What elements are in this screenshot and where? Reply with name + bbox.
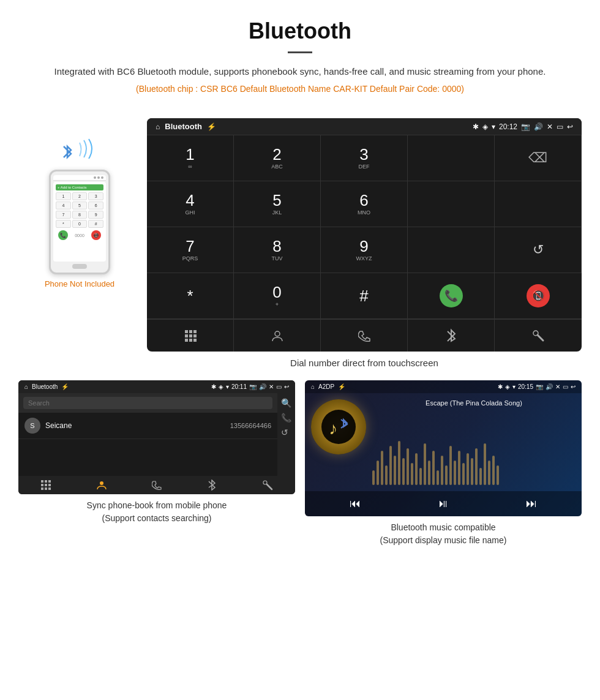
pb-search-row: [18, 393, 277, 413]
ms-title: A2DP: [318, 383, 334, 390]
divider: [288, 51, 312, 53]
dial-key-0[interactable]: 0 +: [234, 273, 321, 319]
pb-bluetooth-icon: [208, 480, 216, 491]
dial-call-green-cell[interactable]: 📞: [408, 273, 495, 319]
end-call-button[interactable]: 📵: [527, 284, 550, 307]
svg-rect-19: [45, 487, 47, 490]
phone-key-3: 3: [88, 192, 103, 200]
ms-bar-17: [441, 456, 443, 485]
ms-bar-20: [454, 461, 456, 485]
dial-key-star[interactable]: *: [147, 273, 234, 319]
pb-call-side-icon[interactable]: 📞: [281, 413, 291, 423]
dial-key-9[interactable]: 9 WXYZ: [321, 227, 408, 273]
dial-bottom-contacts[interactable]: [234, 320, 321, 352]
svg-rect-18: [41, 487, 43, 490]
pb-cam-icon: 📷: [249, 383, 257, 390]
phone-dot-1: [94, 176, 96, 179]
ms-bar-4: [385, 465, 388, 485]
dial-key-2[interactable]: 2 ABC: [234, 135, 321, 181]
phone-icon: [358, 329, 370, 342]
ms-bar-6: [394, 456, 396, 485]
pb-home-icon: ⌂: [24, 383, 28, 390]
music-block: ⌂ A2DP ⚡ ✱ ◈ ▾ 20:15 📷 🔊 ✕ ▭ ↩: [305, 380, 582, 547]
album-art-icon: ♪: [320, 408, 357, 445]
phone-number-display: 0000: [75, 233, 84, 238]
dial-bottom-bluetooth[interactable]: [408, 320, 495, 352]
ms-bar-16: [437, 470, 439, 485]
dial-screen-area: ⌂ Bluetooth ⚡ ✱ ◈ ▾ 20:12 📷 🔊 ✕ ▭ ↩: [141, 118, 582, 380]
dial-refresh-cell[interactable]: ↺: [495, 227, 582, 273]
music-caption-line2: (Support display music file name): [380, 535, 507, 545]
dial-bottom-phone[interactable]: [321, 320, 408, 352]
pb-back-icon: ↩: [284, 383, 289, 390]
dial-key-hash[interactable]: #: [321, 273, 408, 319]
pb-search-input[interactable]: [23, 397, 272, 409]
pb-bottom-contacts-active[interactable]: [73, 480, 129, 491]
pb-bottom-wrench[interactable]: [240, 480, 295, 491]
svg-rect-6: [185, 339, 188, 342]
dial-key-6[interactable]: 6 MNO: [321, 181, 408, 227]
refresh-icon: ↺: [533, 242, 544, 258]
description-text: Integrated with BC6 Bluetooth module, su…: [37, 64, 563, 79]
bluetooth-symbol-icon: [61, 143, 73, 161]
dial-call-red-cell[interactable]: 📵: [495, 273, 582, 319]
dial-bottom-settings[interactable]: [495, 320, 582, 352]
dial-num-3: 3: [359, 146, 368, 162]
pb-bt-icon: ✱: [211, 383, 216, 390]
contacts-icon: [271, 329, 284, 342]
phone-key-8: 8: [72, 211, 88, 219]
ms-visualizer: [372, 436, 576, 485]
dial-letters-7: PQRS: [182, 255, 198, 262]
svg-line-11: [538, 335, 543, 341]
dial-letters-2: ABC: [271, 164, 283, 170]
pb-wrench-icon: [262, 480, 273, 491]
home-icon: ⌂: [156, 122, 160, 131]
dial-key-5[interactable]: 5 JKL: [234, 181, 321, 227]
wrench-icon: [531, 329, 545, 342]
phone-not-included-label: Phone Not Included: [45, 279, 114, 288]
phonebook-screenshot: ⌂ Bluetooth ⚡ ✱ ◈ ▾ 20:11 📷 🔊 ✕ ▭ ↩: [18, 380, 295, 494]
ms-next-icon[interactable]: ⏭: [526, 497, 537, 510]
pb-bottom-bluetooth-2[interactable]: [184, 480, 239, 491]
dial-key-8[interactable]: 8 TUV: [234, 227, 321, 273]
dial-num-5: 5: [272, 192, 281, 208]
pb-contact-number: 13566664466: [230, 422, 271, 429]
phone-key-6: 6: [88, 201, 103, 209]
phonebook-caption: Sync phone-book from mobile phone (Suppo…: [18, 499, 295, 525]
phone-key-4: 4: [56, 201, 71, 209]
dial-key-7[interactable]: 7 PQRS: [147, 227, 234, 273]
ms-bar-1: [372, 470, 375, 485]
ms-status-bar: ⌂ A2DP ⚡ ✱ ◈ ▾ 20:15 📷 🔊 ✕ ▭ ↩: [305, 380, 582, 393]
pb-search-icon[interactable]: 🔍: [281, 398, 291, 408]
pb-refresh-side-icon[interactable]: ↺: [281, 427, 291, 437]
svg-rect-12: [41, 480, 43, 483]
phonebook-block: ⌂ Bluetooth ⚡ ✱ ◈ ▾ 20:11 📷 🔊 ✕ ▭ ↩: [18, 380, 295, 547]
wifi-waves-icon: [77, 137, 98, 161]
dial-key-3[interactable]: 3 DEF: [321, 135, 408, 181]
dial-backspace-cell[interactable]: ⌫: [495, 135, 582, 181]
bluetooth-status-icon: ✱: [473, 122, 479, 131]
ms-bar-27: [484, 443, 486, 485]
phone-dot-3: [101, 176, 103, 179]
pb-bottom-phone-2[interactable]: [129, 480, 184, 491]
pb-time: 20:11: [231, 383, 247, 390]
svg-rect-16: [45, 484, 47, 486]
phone-mockup-area: + Add to Contacts 1 2 3 4 5 6 7 8 9 * 0 …: [18, 118, 141, 288]
ms-prev-icon[interactable]: ⏮: [350, 497, 361, 510]
phone-key-1: 1: [56, 192, 71, 200]
pb-title: Bluetooth: [32, 383, 58, 390]
pb-bottom-grid[interactable]: [18, 480, 73, 491]
ms-play-pause-icon[interactable]: ⏯: [438, 497, 449, 510]
dial-key-1[interactable]: 1 ∞: [147, 135, 234, 181]
pb-vol-icon: 🔊: [259, 383, 266, 390]
pb-sig-icon: ▾: [226, 383, 229, 390]
screen-icon: ▭: [557, 122, 563, 131]
dial-bottom-grid[interactable]: [147, 320, 234, 352]
dial-key-4[interactable]: 4 GHI: [147, 181, 234, 227]
dial-num-hash: #: [359, 288, 368, 304]
dial-num-8: 8: [272, 238, 281, 254]
call-button[interactable]: 📞: [440, 284, 463, 307]
phone-home-button: [72, 264, 87, 269]
ms-bar-12: [419, 468, 422, 485]
svg-point-22: [263, 481, 267, 484]
